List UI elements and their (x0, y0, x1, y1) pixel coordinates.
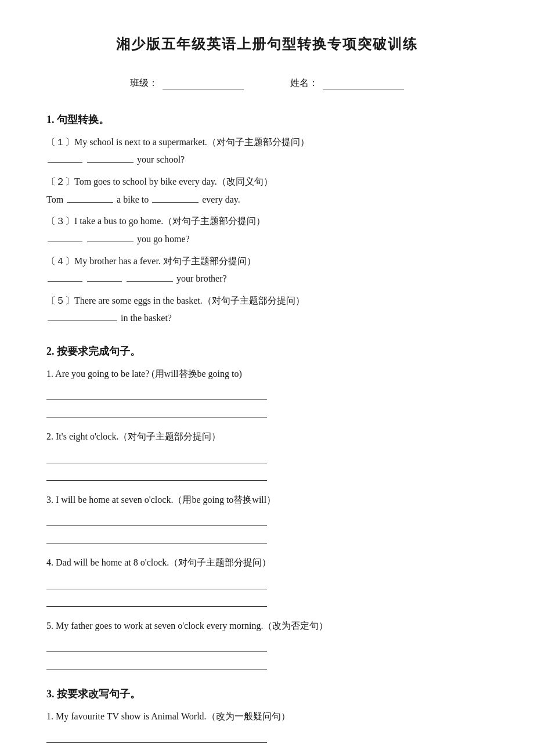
q2-end: every day. (202, 192, 240, 208)
s2-q4-text: 4. Dad will be home at 8 o'clock.（对句子主题部… (46, 554, 488, 571)
q4-text: 〔４〕My brother has a fever. 对句子主题部分提问） (46, 253, 488, 270)
s2-q1-lines (46, 385, 488, 417)
student-info: 班级： 姓名： (46, 77, 488, 89)
blank (48, 231, 82, 242)
q4-answer: your brother? (46, 270, 488, 287)
class-underline (163, 77, 244, 89)
q1-answer: your school? (46, 151, 488, 168)
question-3: 〔３〕I take a bus to go home.（对句子主题部分提问） y… (46, 213, 488, 247)
q1-end: your school? (137, 152, 185, 168)
name-underline (323, 77, 404, 89)
s3-q1-lines (46, 728, 488, 756)
answer-line (46, 385, 267, 400)
answer-line (46, 448, 267, 463)
s2-question-2: 2. It's eight o'clock.（对句子主题部分提问） (46, 428, 488, 480)
answer-line (46, 637, 267, 652)
s2-question-3: 3. I will be home at seven o'clock.（用be … (46, 491, 488, 543)
s2-q2-lines (46, 448, 488, 481)
question-1: 〔１〕My school is next to a supermarket.（对… (46, 134, 488, 168)
question-2: 〔２〕Tom goes to school by bike every day.… (46, 173, 488, 208)
s2-question-5: 5. My father goes to work at seven o'clo… (46, 617, 488, 669)
blank (127, 270, 173, 282)
q5-end: in the basket? (121, 310, 172, 327)
q3-answer: you go home? (46, 231, 488, 248)
name-label: 姓名： (290, 77, 318, 89)
section-1-title: 1. 句型转换。 (46, 113, 488, 127)
q5-text: 〔５〕There are some eggs in the basket.（对句… (46, 292, 488, 309)
q2-tom: Tom (46, 192, 63, 208)
blank (48, 270, 82, 282)
section-2: 2. 按要求完成句子。 1. Are you going to be late?… (46, 344, 488, 669)
q1-text: 〔１〕My school is next to a supermarket.（对… (46, 134, 488, 151)
blank (87, 231, 134, 242)
s2-question-4: 4. Dad will be home at 8 o'clock.（对句子主题部… (46, 554, 488, 606)
section-2-title: 2. 按要求完成句子。 (46, 344, 488, 358)
s3-q1-text: 1. My favourite TV show is Animal World.… (46, 708, 488, 725)
s2-q3-lines (46, 511, 488, 543)
q3-end: you go home? (137, 231, 190, 248)
s3-question-1: 1. My favourite TV show is Animal World.… (46, 708, 488, 756)
blank (67, 191, 113, 203)
answer-line (46, 728, 267, 743)
s2-question-1: 1. Are you going to be late? (用will替换be … (46, 365, 488, 417)
answer-line (46, 466, 267, 481)
section-1: 1. 句型转换。 〔１〕My school is next to a super… (46, 113, 488, 327)
blank (48, 151, 82, 163)
blank (152, 191, 199, 203)
s2-q5-text: 5. My father goes to work at seven o'clo… (46, 617, 488, 635)
blank (48, 309, 117, 321)
q2-answer: Tom a bike to every day. (46, 191, 488, 208)
s2-q3-text: 3. I will be home at seven o'clock.（用be … (46, 491, 488, 509)
section-3: 3. 按要求改写句子。 1. My favourite TV show is A… (46, 687, 488, 756)
q3-text: 〔３〕I take a bus to go home.（对句子主题部分提问） (46, 213, 488, 230)
answer-line (46, 745, 267, 756)
blank (87, 151, 134, 163)
s2-q5-lines (46, 637, 488, 669)
s2-q4-lines (46, 574, 488, 607)
answer-line (46, 511, 267, 526)
answer-line (46, 654, 267, 669)
class-field: 班级： (130, 77, 244, 89)
q2-text: 〔２〕Tom goes to school by bike every day.… (46, 173, 488, 190)
s2-q2-text: 2. It's eight o'clock.（对句子主题部分提问） (46, 428, 488, 445)
question-5: 〔５〕There are some eggs in the basket.（对句… (46, 292, 488, 327)
answer-line (46, 592, 267, 607)
q5-answer: in the basket? (46, 309, 488, 327)
answer-line (46, 574, 267, 589)
answer-line (46, 402, 267, 417)
class-label: 班级： (130, 77, 158, 89)
blank (87, 270, 122, 282)
s2-q1-text: 1. Are you going to be late? (用will替换be … (46, 365, 488, 383)
q2-a: a bike to (117, 192, 149, 208)
name-field: 姓名： (290, 77, 404, 89)
page-title: 湘少版五年级英语上册句型转换专项突破训练 (46, 35, 488, 53)
section-3-title: 3. 按要求改写句子。 (46, 687, 488, 701)
question-4: 〔４〕My brother has a fever. 对句子主题部分提问） yo… (46, 253, 488, 287)
answer-line (46, 528, 267, 543)
q4-end: your brother? (176, 271, 227, 287)
